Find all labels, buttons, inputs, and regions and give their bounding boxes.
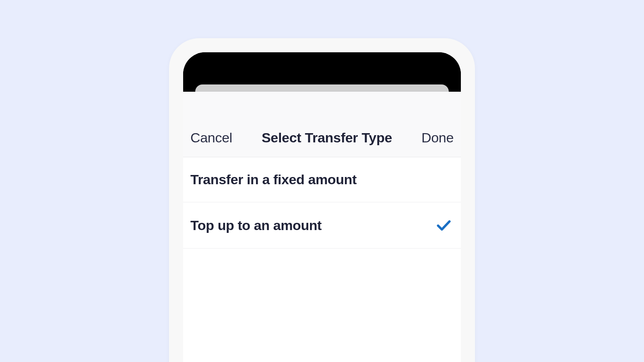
modal-sheet: Cancel Select Transfer Type Done Transfe…	[183, 92, 461, 362]
option-fixed-amount[interactable]: Transfer in a fixed amount	[183, 157, 461, 202]
options-list: Transfer in a fixed amount Top up to an …	[183, 157, 461, 249]
modal-title: Select Transfer Type	[262, 130, 392, 146]
sheet-top-padding	[183, 92, 461, 130]
empty-area	[183, 249, 461, 362]
phone-screen-outer: Cancel Select Transfer Type Done Transfe…	[183, 52, 461, 362]
cancel-button[interactable]: Cancel	[190, 130, 232, 146]
sheet-behind	[195, 84, 449, 92]
option-top-up[interactable]: Top up to an amount	[183, 202, 461, 249]
option-label: Transfer in a fixed amount	[190, 172, 357, 187]
option-label: Top up to an amount	[190, 218, 322, 233]
modal-navbar: Cancel Select Transfer Type Done	[183, 130, 461, 157]
phone-frame: Cancel Select Transfer Type Done Transfe…	[169, 38, 475, 362]
status-bar-area	[183, 52, 461, 84]
done-button[interactable]: Done	[421, 130, 454, 146]
checkmark-icon	[435, 217, 452, 234]
